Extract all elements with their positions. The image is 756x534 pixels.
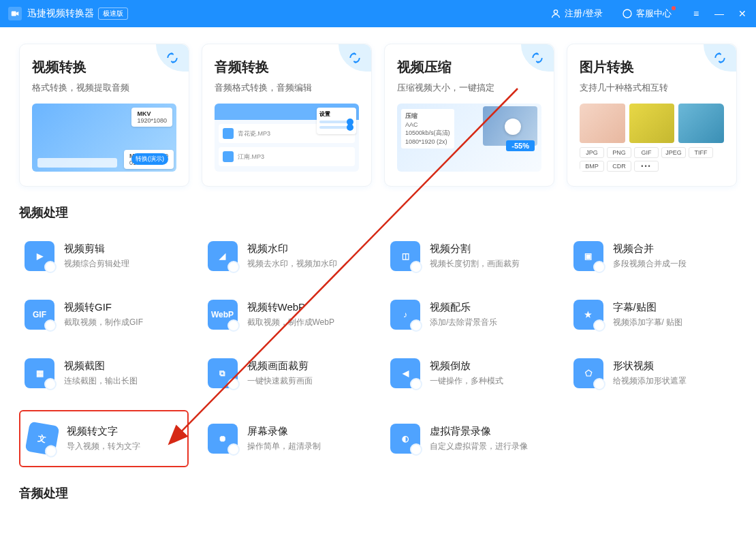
- feature-video-gif[interactable]: GIF 视频转GIF 截取视频，制作成GIF: [19, 293, 189, 336]
- notification-dot-icon: [672, 6, 676, 10]
- feature-virtual-bg[interactable]: ◐ 虚拟背景录像 自定义虚拟背景，进行录像: [385, 410, 554, 467]
- user-icon: [550, 8, 561, 19]
- feature-title: 视频合并: [613, 242, 687, 255]
- window-controls: ≡ — ✕: [691, 8, 748, 19]
- feature-video-to-text[interactable]: 文 视频转文字 导入视频，转为文字: [19, 410, 189, 467]
- card-video-convert[interactable]: 视频转换 格式转换，视频提取音频MKV1920*1080MP41920*7200…: [19, 44, 189, 187]
- feature-title: 虚拟背景录像: [430, 425, 528, 438]
- feature-sub: 视频综合剪辑处理: [64, 258, 129, 270]
- video-watermark-icon: ◢: [208, 241, 238, 271]
- svg-point-1: [554, 10, 558, 14]
- title-bar: 迅捷视频转换器 极速版 注册/登录 客服中心 ≡ — ✕: [0, 0, 756, 27]
- edition-tag: 极速版: [98, 7, 128, 20]
- feature-sub: 添加/去除背景音乐: [430, 317, 497, 328]
- card-title: 视频转换: [32, 58, 176, 76]
- card-title: 图片转换: [580, 58, 724, 76]
- feature-sub: 截取视频，制作成GIF: [64, 317, 143, 328]
- feature-video-cut[interactable]: ▶ 视频剪辑 视频综合剪辑处理: [19, 234, 189, 278]
- video-to-text-icon: 文: [25, 422, 60, 456]
- shape-icon: ⬠: [573, 358, 603, 388]
- card-desc: 格式转换，视频提取音频: [32, 82, 176, 94]
- feature-sub: 操作简单，超清录制: [247, 441, 321, 452]
- feature-title: 视频配乐: [430, 301, 497, 314]
- subtitle-icon: ★: [573, 300, 603, 330]
- feature-title: 视频转WebP: [247, 301, 334, 314]
- card-video-compress[interactable]: 视频压缩 压缩视频大小，一键搞定压缩AAC10500kb/s(高清)1080*1…: [384, 44, 554, 187]
- feature-title: 视频转GIF: [64, 301, 143, 314]
- feature-subtitle[interactable]: ★ 字幕/贴图 视频添加字幕/ 贴图: [568, 293, 738, 336]
- close-button[interactable]: ✕: [737, 8, 748, 19]
- virtual-bg-icon: ◐: [390, 424, 420, 454]
- card-title: 音频转换: [215, 58, 359, 76]
- card-title: 视频压缩: [397, 58, 541, 76]
- video-cut-icon: ▶: [25, 241, 54, 271]
- card-audio-convert[interactable]: 音频转换 音频格式转换，音频编辑青花瓷.MP3江南.MP3设置: [202, 44, 372, 187]
- feature-sub: 连续截图，输出长图: [64, 375, 138, 387]
- feature-video-bgm[interactable]: ♪ 视频配乐 添加/去除背景音乐: [385, 293, 554, 336]
- section-title-video: 视频处理: [19, 204, 737, 221]
- feature-title: 视频剪辑: [64, 242, 129, 255]
- video-merge-icon: ▣: [573, 241, 603, 271]
- feature-sub: 一键快速裁剪画面: [247, 375, 313, 387]
- chat-icon: [622, 8, 633, 19]
- login-button[interactable]: 注册/登录: [550, 7, 603, 20]
- card-desc: 压缩视频大小，一键搞定: [397, 82, 541, 94]
- feature-video-watermark[interactable]: ◢ 视频水印 视频去水印，视频加水印: [202, 234, 372, 278]
- feature-title: 视频倒放: [430, 360, 503, 373]
- feature-sub: 给视频添加形状遮罩: [613, 375, 687, 387]
- feature-title: 字幕/贴图: [613, 301, 683, 314]
- svg-rect-0: [12, 12, 16, 16]
- video-gif-icon: GIF: [25, 300, 54, 330]
- crop-icon: ⧉: [208, 358, 238, 388]
- feature-title: 视频分割: [430, 242, 520, 255]
- feature-title: 视频水印: [247, 242, 337, 255]
- feature-screenshot[interactable]: ▦ 视频截图 连续截图，输出长图: [19, 351, 189, 395]
- video-bgm-icon: ♪: [390, 300, 420, 330]
- app-title: 迅捷视频转换器: [27, 7, 94, 20]
- card-image-convert[interactable]: 图片转换 支持几十种格式相互转JPGPNGGIFJPEGTIFFBMPCDR••…: [567, 44, 737, 187]
- section-title-audio: 音频处理: [19, 485, 737, 501]
- feature-title: 视频画面裁剪: [247, 360, 313, 373]
- feature-title: 形状视频: [613, 360, 687, 373]
- screenshot-icon: ▦: [25, 358, 54, 388]
- feature-title: 视频转文字: [67, 425, 140, 438]
- support-button[interactable]: 客服中心: [622, 7, 672, 20]
- app-logo-icon: [8, 7, 22, 20]
- feature-sub: 多段视频合并成一段: [613, 258, 687, 270]
- feature-title: 屏幕录像: [247, 425, 321, 438]
- screen-rec-icon: ⏺: [208, 424, 238, 454]
- card-desc: 支持几十种格式相互转: [580, 82, 724, 94]
- video-split-icon: ◫: [390, 241, 420, 271]
- feature-video-split[interactable]: ◫ 视频分割 视频长度切割，画面裁剪: [385, 234, 554, 278]
- minimize-button[interactable]: —: [714, 8, 725, 19]
- feature-shape[interactable]: ⬠ 形状视频 给视频添加形状遮罩: [568, 351, 738, 395]
- feature-title: 视频截图: [64, 360, 138, 373]
- reverse-icon: ◀: [390, 358, 420, 388]
- feature-video-webp[interactable]: WebP 视频转WebP 截取视频，制作成WebP: [202, 293, 372, 336]
- feature-sub: 自定义虚拟背景，进行录像: [430, 441, 528, 452]
- feature-screen-rec[interactable]: ⏺ 屏幕录像 操作简单，超清录制: [202, 410, 372, 467]
- feature-sub: 一键操作，多种模式: [430, 375, 503, 387]
- feature-video-merge[interactable]: ▣ 视频合并 多段视频合并成一段: [568, 234, 738, 278]
- feature-sub: 截取视频，制作成WebP: [247, 317, 334, 328]
- feature-sub: 视频去水印，视频加水印: [247, 258, 337, 270]
- card-desc: 音频格式转换，音频编辑: [215, 82, 359, 94]
- feature-sub: 视频长度切割，画面裁剪: [430, 258, 520, 270]
- video-webp-icon: WebP: [208, 300, 238, 330]
- feature-sub: 视频添加字幕/ 贴图: [613, 317, 683, 328]
- menu-button[interactable]: ≡: [691, 8, 702, 19]
- feature-sub: 导入视频，转为文字: [67, 441, 140, 452]
- feature-reverse[interactable]: ◀ 视频倒放 一键操作，多种模式: [385, 351, 554, 395]
- feature-crop[interactable]: ⧉ 视频画面裁剪 一键快速裁剪画面: [202, 351, 372, 395]
